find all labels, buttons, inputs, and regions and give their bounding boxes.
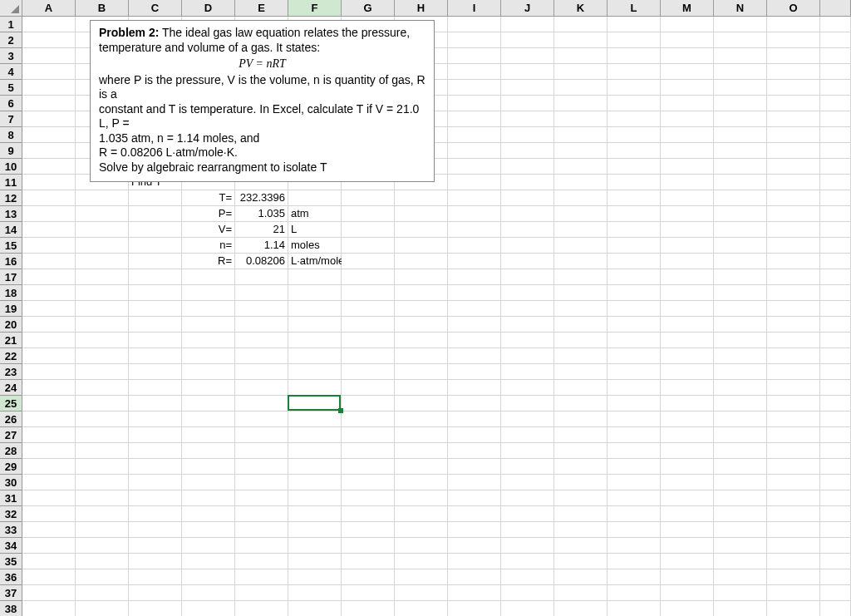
cell-A12[interactable]	[22, 190, 76, 206]
cell-L18[interactable]	[608, 285, 661, 301]
cell-N25[interactable]	[714, 396, 767, 411]
cell-A27[interactable]	[22, 427, 76, 443]
cell-F12[interactable]	[288, 190, 342, 206]
cell-J1[interactable]	[501, 17, 554, 32]
cell-E21[interactable]	[235, 333, 288, 348]
cell-G34[interactable]	[342, 538, 395, 554]
cell-H37[interactable]	[395, 585, 448, 601]
cell-I35[interactable]	[448, 554, 501, 569]
cell-K2[interactable]	[554, 32, 608, 48]
cell-F24[interactable]	[288, 380, 342, 396]
row-header-17[interactable]: 17	[0, 269, 22, 285]
cell-F18[interactable]	[288, 285, 342, 301]
row-header-8[interactable]: 8	[0, 127, 22, 143]
cell-C30[interactable]	[129, 475, 182, 490]
column-header-A[interactable]: A	[22, 0, 76, 17]
cell-A10[interactable]	[22, 159, 76, 175]
cell-J20[interactable]	[501, 317, 554, 333]
cell-K18[interactable]	[554, 285, 608, 301]
row-header-3[interactable]: 3	[0, 48, 22, 64]
cell-F25[interactable]	[288, 396, 342, 411]
cell-O36[interactable]	[767, 569, 820, 585]
cell-K27[interactable]	[554, 427, 608, 443]
cell-E26[interactable]	[235, 411, 288, 427]
cell-L8[interactable]	[608, 127, 661, 143]
cell-H34[interactable]	[395, 538, 448, 554]
cell-A20[interactable]	[22, 317, 76, 333]
cell-A7[interactable]	[22, 111, 76, 127]
cell-I4[interactable]	[448, 64, 501, 80]
cell-M17[interactable]	[661, 269, 714, 285]
cell-H36[interactable]	[395, 569, 448, 585]
cell-C16[interactable]	[129, 254, 182, 269]
cell-M23[interactable]	[661, 364, 714, 380]
cell-J24[interactable]	[501, 380, 554, 396]
cell-B12[interactable]	[76, 190, 129, 206]
cell-O31[interactable]	[767, 490, 820, 506]
cell-N7[interactable]	[714, 111, 767, 127]
cell-I38[interactable]	[448, 601, 501, 616]
cell-B15[interactable]	[76, 238, 129, 254]
cell-M4[interactable]	[661, 64, 714, 80]
cell-N15[interactable]	[714, 238, 767, 254]
cell-O3[interactable]	[767, 48, 820, 64]
cell-L21[interactable]	[608, 333, 661, 348]
cell-K13[interactable]	[554, 206, 608, 222]
cell-H23[interactable]	[395, 364, 448, 380]
cell-A11[interactable]	[22, 175, 76, 190]
cell-N20[interactable]	[714, 317, 767, 333]
cell-I10[interactable]	[448, 159, 501, 175]
row-header-29[interactable]: 29	[0, 459, 22, 475]
cell-G13[interactable]	[342, 206, 395, 222]
cell-L27[interactable]	[608, 427, 661, 443]
cell-K25[interactable]	[554, 396, 608, 411]
cell-H29[interactable]	[395, 459, 448, 475]
cell-G38[interactable]	[342, 601, 395, 616]
cell-L17[interactable]	[608, 269, 661, 285]
cell-D26[interactable]	[182, 411, 235, 427]
cell-G12[interactable]	[342, 190, 395, 206]
cell-I29[interactable]	[448, 459, 501, 475]
cell-A21[interactable]	[22, 333, 76, 348]
cell-K3[interactable]	[554, 48, 608, 64]
cell-I15[interactable]	[448, 238, 501, 254]
cell-A19[interactable]	[22, 301, 76, 317]
cell-K4[interactable]	[554, 64, 608, 80]
cell-N2[interactable]	[714, 32, 767, 48]
cell-B33[interactable]	[76, 522, 129, 538]
cell-O7[interactable]	[767, 111, 820, 127]
cell-C15[interactable]	[129, 238, 182, 254]
cell-G28[interactable]	[342, 443, 395, 459]
cell-O21[interactable]	[767, 333, 820, 348]
cell-N4[interactable]	[714, 64, 767, 80]
cell-H15[interactable]	[395, 238, 448, 254]
cell-K8[interactable]	[554, 127, 608, 143]
cell-M34[interactable]	[661, 538, 714, 554]
cell-I18[interactable]	[448, 285, 501, 301]
cell-O20[interactable]	[767, 317, 820, 333]
cell-I27[interactable]	[448, 427, 501, 443]
cell-D29[interactable]	[182, 459, 235, 475]
cell-H24[interactable]	[395, 380, 448, 396]
cell-J7[interactable]	[501, 111, 554, 127]
cell-A28[interactable]	[22, 443, 76, 459]
cell-M21[interactable]	[661, 333, 714, 348]
cell-I34[interactable]	[448, 538, 501, 554]
cell-O6[interactable]	[767, 96, 820, 111]
cell-C23[interactable]	[129, 364, 182, 380]
cell-F34[interactable]	[288, 538, 342, 554]
cell-A23[interactable]	[22, 364, 76, 380]
cell-A2[interactable]	[22, 32, 76, 48]
cell-K6[interactable]	[554, 96, 608, 111]
cell-O17[interactable]	[767, 269, 820, 285]
column-header-M[interactable]: M	[661, 0, 714, 17]
cell-K7[interactable]	[554, 111, 608, 127]
cell-E25[interactable]	[235, 396, 288, 411]
cell-B26[interactable]	[76, 411, 129, 427]
cell-N23[interactable]	[714, 364, 767, 380]
cell-A1[interactable]	[22, 17, 76, 32]
column-header-B[interactable]: B	[76, 0, 129, 17]
cell-B30[interactable]	[76, 475, 129, 490]
cell-M1[interactable]	[661, 17, 714, 32]
cell-B34[interactable]	[76, 538, 129, 554]
